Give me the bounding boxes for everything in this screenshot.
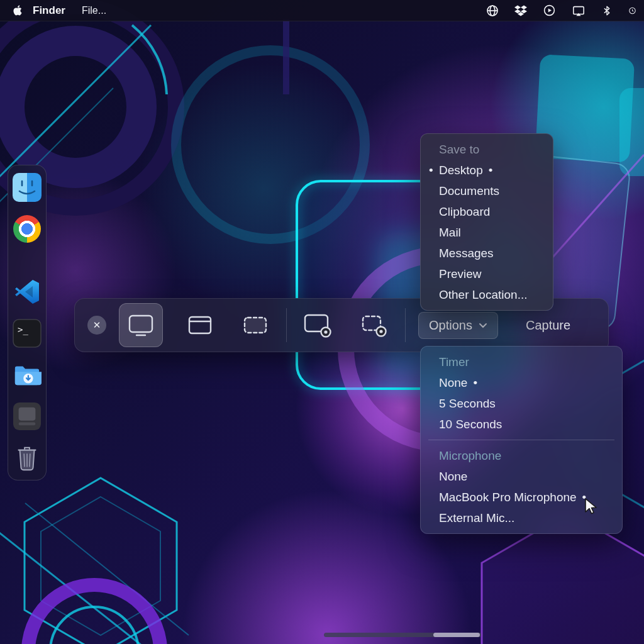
menu-item-label: Other Location... bbox=[439, 288, 527, 301]
dropbox-menu-extra[interactable] bbox=[514, 4, 527, 17]
clipped-menu-extra[interactable] bbox=[628, 4, 636, 18]
save-to-menu-title: Save to bbox=[421, 139, 553, 160]
menu-item-preview[interactable]: •Preview bbox=[421, 264, 553, 284]
selected-bullet: • bbox=[489, 164, 493, 177]
menu-bar-status-area bbox=[486, 4, 636, 18]
finder-icon bbox=[13, 173, 42, 202]
menu-item-label: None bbox=[439, 376, 467, 389]
vscode-icon bbox=[13, 277, 42, 306]
chrome-icon bbox=[13, 215, 41, 243]
menu-item-documents[interactable]: •Documents bbox=[421, 180, 553, 201]
menu-item-label: 5 Seconds bbox=[439, 397, 496, 410]
menu-item-messages[interactable]: •Messages bbox=[421, 243, 553, 264]
dock-item-utility[interactable] bbox=[13, 402, 42, 431]
dock-item-terminal[interactable]: >_ bbox=[13, 319, 42, 348]
dock-item-downloads[interactable] bbox=[13, 360, 42, 389]
menu-item-label: Preview bbox=[439, 267, 482, 280]
dock: >_ bbox=[8, 165, 47, 480]
screen-mirroring-menu-extra[interactable] bbox=[572, 4, 586, 17]
page-indicator-thumb[interactable] bbox=[433, 633, 480, 637]
terminal-icon: >_ bbox=[13, 319, 42, 348]
globe-menu-extra[interactable] bbox=[486, 4, 499, 17]
record-screen-icon bbox=[303, 313, 333, 338]
menu-item-label: Messages bbox=[439, 247, 494, 260]
capture-tools-group bbox=[119, 303, 274, 347]
menu-item-label: External Mic... bbox=[439, 511, 514, 525]
menu-item-clipboard[interactable]: •Clipboard bbox=[421, 201, 553, 222]
capture-selection-button[interactable] bbox=[237, 307, 274, 343]
globe-icon bbox=[486, 4, 499, 17]
bluetooth-menu-extra[interactable] bbox=[601, 4, 613, 17]
downloads-folder-icon bbox=[13, 362, 42, 388]
timer-section-title: Timer bbox=[421, 352, 622, 372]
utility-app-icon bbox=[13, 402, 41, 430]
menu-item-label: 10 Seconds bbox=[439, 418, 502, 431]
dock-item-chrome[interactable] bbox=[13, 214, 42, 243]
capture-selection-icon bbox=[242, 314, 269, 336]
capture-button[interactable]: Capture bbox=[526, 318, 570, 333]
dock-item-trash[interactable] bbox=[13, 443, 42, 472]
menu-item-mic-none[interactable]: None• bbox=[421, 466, 622, 487]
screen-mirroring-icon bbox=[572, 4, 586, 17]
menu-item-label: Desktop bbox=[439, 164, 483, 177]
record-entire-screen-button[interactable] bbox=[299, 307, 336, 343]
menu-item-label: MacBook Pro Microphone bbox=[439, 491, 577, 504]
selected-bullet: • bbox=[429, 163, 433, 177]
menu-item-timer-5s[interactable]: 5 Seconds• bbox=[421, 393, 622, 414]
apple-menu[interactable] bbox=[8, 4, 28, 16]
menu-item-timer-none[interactable]: None• bbox=[421, 372, 622, 393]
menu-item-desktop[interactable]: •Desktop• bbox=[421, 160, 553, 180]
dock-item-finder[interactable] bbox=[13, 173, 42, 202]
record-selection-icon bbox=[360, 313, 389, 337]
capture-entire-screen-button[interactable] bbox=[119, 303, 163, 347]
selected-bullet: • bbox=[473, 376, 477, 389]
capture-screen-icon bbox=[126, 313, 155, 337]
record-selection-button[interactable] bbox=[356, 307, 392, 343]
page-indicator-track[interactable] bbox=[324, 633, 481, 637]
mouse-cursor bbox=[584, 498, 599, 516]
options-button-label: Options bbox=[429, 318, 472, 333]
play-circle-icon bbox=[543, 4, 556, 17]
options-button[interactable]: Options bbox=[418, 312, 498, 339]
toolbar-divider bbox=[286, 308, 287, 342]
menu-divider bbox=[428, 440, 614, 440]
clipped-edge-icon bbox=[628, 4, 636, 18]
menu-item-label: Clipboard bbox=[439, 205, 490, 218]
menu-item-label: Mail bbox=[439, 226, 461, 239]
menu-item-timer-10s[interactable]: 10 Seconds• bbox=[421, 414, 622, 435]
dock-item-vscode[interactable] bbox=[13, 277, 42, 306]
microphone-section-title: Microphone bbox=[421, 445, 622, 466]
active-app-name[interactable]: Finder bbox=[33, 4, 65, 17]
trash-icon bbox=[14, 443, 40, 472]
capture-window-button[interactable] bbox=[182, 307, 218, 343]
menu-item-other-location[interactable]: •Other Location... bbox=[421, 284, 553, 305]
play-menu-extra[interactable] bbox=[543, 4, 556, 17]
menu-item-label: None bbox=[439, 470, 467, 483]
close-toolbar-button[interactable]: ✕ bbox=[87, 316, 106, 335]
menu-item-label: Documents bbox=[439, 184, 499, 197]
dropbox-icon bbox=[514, 4, 527, 17]
toolbar-divider bbox=[405, 308, 406, 342]
desktop-screen: Finder File... bbox=[0, 0, 644, 644]
chevron-down-icon bbox=[479, 323, 487, 328]
menu-item-mail[interactable]: •Mail bbox=[421, 222, 553, 243]
bluetooth-icon bbox=[601, 4, 613, 17]
menu-item-file[interactable]: File... bbox=[82, 5, 106, 16]
capture-window-icon bbox=[186, 314, 214, 336]
record-tools-group bbox=[299, 307, 392, 343]
svg-text:>_: >_ bbox=[18, 325, 28, 335]
apple-icon bbox=[13, 4, 23, 16]
menu-bar: Finder File... bbox=[0, 0, 644, 21]
save-to-menu: Save to •Desktop• •Documents •Clipboard … bbox=[420, 133, 553, 311]
